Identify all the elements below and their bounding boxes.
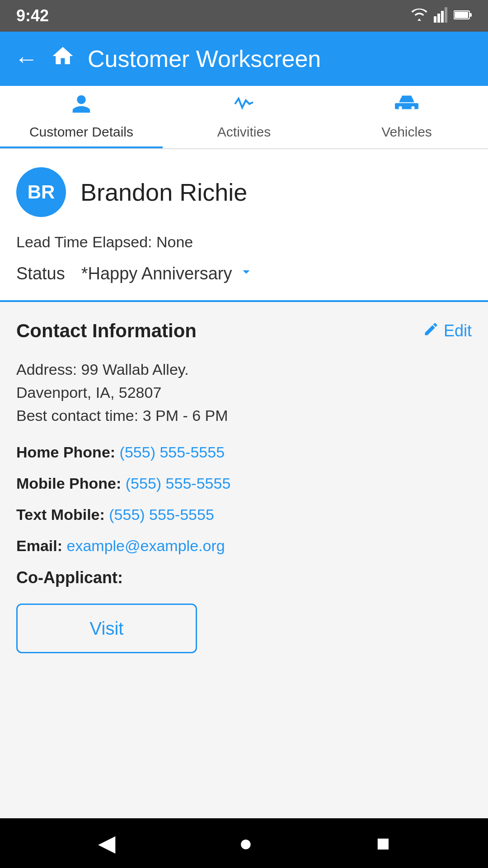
svg-rect-0 — [434, 16, 436, 23]
co-applicant-label: Co-Applicant: — [16, 568, 472, 587]
email-value[interactable]: example@example.org — [67, 537, 225, 554]
mobile-phone-row: Mobile Phone: (555) 555-5555 — [16, 475, 472, 492]
back-button[interactable]: ← — [14, 45, 38, 72]
mobile-phone-value[interactable]: (555) 555-5555 — [126, 475, 231, 492]
activity-icon — [233, 93, 255, 120]
contact-title: Contact Information — [16, 320, 197, 342]
customer-header: BR Brandon Richie — [16, 167, 472, 217]
tab-activities[interactable]: Activities — [163, 86, 325, 148]
wifi-icon — [411, 9, 427, 23]
svg-rect-7 — [395, 103, 418, 109]
car-icon — [395, 93, 418, 120]
tab-vehicles[interactable]: Vehicles — [325, 86, 488, 148]
text-mobile-label: Text Mobile: — [16, 506, 105, 523]
recent-nav-button[interactable]: ■ — [376, 830, 390, 856]
person-icon — [70, 93, 92, 120]
chevron-down-icon — [238, 264, 254, 284]
tab-activities-label: Activities — [217, 124, 271, 140]
battery-icon — [454, 9, 472, 22]
svg-rect-3 — [445, 7, 447, 23]
svg-rect-1 — [437, 14, 440, 23]
best-contact-time: Best contact time: 3 PM - 6 PM — [16, 404, 472, 427]
customer-name: Brandon Richie — [80, 178, 247, 206]
tab-customer-details-label: Customer Details — [29, 124, 133, 140]
tab-bar: Customer Details Activities Vehicles — [0, 86, 488, 149]
lead-time-label: Lead Time Elapsed: — [16, 233, 152, 250]
status-dropdown[interactable]: *Happy Anniversary — [81, 264, 255, 284]
address-line-2: Davenport, IA, 52807 — [16, 381, 472, 404]
svg-rect-2 — [441, 11, 444, 23]
customer-info-section: BR Brandon Richie Lead Time Elapsed: Non… — [0, 149, 488, 302]
svg-rect-5 — [455, 12, 468, 18]
avatar: BR — [16, 167, 66, 217]
edit-button[interactable]: Edit — [423, 321, 472, 341]
status-time: 9:42 — [16, 6, 49, 25]
lead-time-value: None — [156, 233, 193, 250]
lead-time: Lead Time Elapsed: None — [16, 233, 472, 251]
edit-label: Edit — [444, 321, 472, 340]
tab-customer-details[interactable]: Customer Details — [0, 86, 163, 148]
app-bar: ← Customer Workscreen — [0, 32, 488, 86]
pencil-icon — [423, 321, 439, 341]
text-mobile-value[interactable]: (555) 555-5555 — [109, 506, 214, 523]
tab-vehicles-label: Vehicles — [381, 124, 432, 140]
back-nav-button[interactable]: ◀ — [98, 830, 115, 856]
svg-rect-6 — [469, 13, 472, 17]
svg-point-9 — [411, 106, 414, 109]
contact-section: Contact Information Edit Address: 99 Wal… — [0, 302, 488, 818]
page-title: Customer Workscreen — [88, 45, 321, 72]
status-icons — [411, 7, 472, 24]
home-button[interactable] — [51, 44, 75, 74]
mobile-phone-label: Mobile Phone: — [16, 475, 121, 492]
text-mobile-row: Text Mobile: (555) 555-5555 — [16, 506, 472, 524]
home-nav-button[interactable]: ● — [239, 830, 253, 856]
status-bar: 9:42 — [0, 0, 488, 32]
home-phone-row: Home Phone: (555) 555-5555 — [16, 443, 472, 461]
email-label: Email: — [16, 537, 62, 554]
home-phone-label: Home Phone: — [16, 443, 115, 461]
signal-icon — [434, 7, 447, 24]
visit-button[interactable]: Visit — [16, 604, 197, 653]
status-value: *Happy Anniversary — [81, 264, 232, 283]
status-label: Status — [16, 264, 65, 283]
address-block: Address: 99 Wallab Alley. Davenport, IA,… — [16, 358, 472, 427]
contact-header: Contact Information Edit — [16, 320, 472, 342]
status-row: Status *Happy Anniversary — [16, 264, 472, 284]
address-line-1: Address: 99 Wallab Alley. — [16, 358, 472, 381]
home-phone-value[interactable]: (555) 555-5555 — [120, 443, 225, 461]
svg-point-8 — [399, 106, 402, 109]
bottom-nav: ◀ ● ■ — [0, 818, 488, 868]
email-row: Email: example@example.org — [16, 537, 472, 555]
